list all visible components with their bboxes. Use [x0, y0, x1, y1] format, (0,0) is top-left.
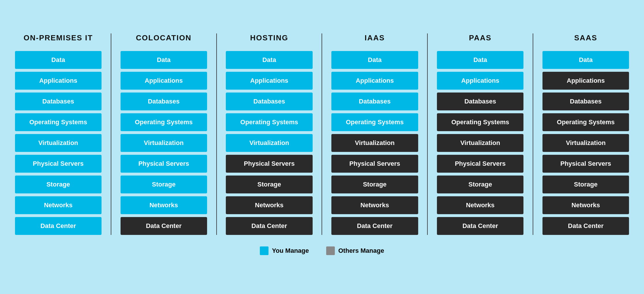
column-on-premises: ON-PREMISES ITDataApplicationsDatabasesO… — [6, 33, 111, 235]
item-saas-databases[interactable]: Databases — [542, 93, 629, 110]
item-hosting-operating-systems[interactable]: Operating Systems — [226, 113, 312, 131]
items-container-saas: DataApplicationsDatabasesOperating Syste… — [538, 51, 634, 235]
item-hosting-data-center[interactable]: Data Center — [226, 217, 312, 235]
item-on-premises-data-center[interactable]: Data Center — [15, 217, 102, 235]
item-on-premises-networks[interactable]: Networks — [15, 196, 102, 214]
column-header-saas: SaaS — [574, 33, 597, 42]
item-saas-networks[interactable]: Networks — [542, 196, 629, 214]
legend-you-manage: You Manage — [260, 246, 309, 255]
item-paas-networks[interactable]: Networks — [437, 196, 523, 214]
others-manage-swatch — [326, 246, 335, 255]
items-container-paas: DataApplicationsDatabasesOperating Syste… — [432, 51, 528, 235]
item-saas-applications[interactable]: Applications — [542, 72, 629, 90]
column-header-hosting: HOSTING — [250, 33, 288, 42]
item-colocation-applications[interactable]: Applications — [121, 72, 207, 90]
item-colocation-data[interactable]: Data — [121, 51, 207, 69]
others-manage-label: Others Manage — [338, 247, 384, 255]
item-paas-operating-systems[interactable]: Operating Systems — [437, 113, 523, 131]
item-on-premises-data[interactable]: Data — [15, 51, 102, 69]
item-hosting-databases[interactable]: Databases — [226, 93, 312, 110]
comparison-grid: ON-PREMISES ITDataApplicationsDatabasesO… — [6, 33, 638, 235]
item-iaas-operating-systems[interactable]: Operating Systems — [331, 113, 418, 131]
item-iaas-networks[interactable]: Networks — [331, 196, 418, 214]
item-paas-physical-servers[interactable]: Physical Servers — [437, 155, 523, 173]
item-colocation-virtualization[interactable]: Virtualization — [121, 134, 207, 152]
items-container-iaas: DataApplicationsDatabasesOperating Syste… — [326, 51, 423, 235]
item-colocation-networks[interactable]: Networks — [121, 196, 207, 214]
item-paas-virtualization[interactable]: Virtualization — [437, 134, 523, 152]
item-iaas-data[interactable]: Data — [331, 51, 418, 69]
item-colocation-databases[interactable]: Databases — [121, 93, 207, 110]
column-paas: PaaSDataApplicationsDatabasesOperating S… — [428, 33, 533, 235]
item-colocation-data-center[interactable]: Data Center — [121, 217, 207, 235]
item-saas-data[interactable]: Data — [542, 51, 629, 69]
column-hosting: HOSTINGDataApplicationsDatabasesOperatin… — [217, 33, 322, 235]
legend: You Manage Others Manage — [260, 246, 384, 255]
item-on-premises-operating-systems[interactable]: Operating Systems — [15, 113, 102, 131]
you-manage-label: You Manage — [272, 247, 309, 255]
item-iaas-databases[interactable]: Databases — [331, 93, 418, 110]
item-hosting-physical-servers[interactable]: Physical Servers — [226, 155, 312, 173]
item-hosting-storage[interactable]: Storage — [226, 176, 312, 193]
you-manage-swatch — [260, 246, 269, 255]
item-saas-physical-servers[interactable]: Physical Servers — [542, 155, 629, 173]
items-container-colocation: DataApplicationsDatabasesOperating Syste… — [116, 51, 212, 235]
column-iaas: IaaSDataApplicationsDatabasesOperating S… — [322, 33, 428, 235]
item-saas-data-center[interactable]: Data Center — [542, 217, 629, 235]
item-colocation-operating-systems[interactable]: Operating Systems — [121, 113, 207, 131]
item-paas-applications[interactable]: Applications — [437, 72, 523, 90]
item-iaas-storage[interactable]: Storage — [331, 176, 418, 193]
item-on-premises-physical-servers[interactable]: Physical Servers — [15, 155, 102, 173]
column-header-on-premises: ON-PREMISES IT — [24, 33, 93, 42]
item-paas-data-center[interactable]: Data Center — [437, 217, 523, 235]
item-iaas-virtualization[interactable]: Virtualization — [331, 134, 418, 152]
item-hosting-virtualization[interactable]: Virtualization — [226, 134, 312, 152]
items-container-on-premises: DataApplicationsDatabasesOperating Syste… — [10, 51, 106, 235]
item-on-premises-databases[interactable]: Databases — [15, 93, 102, 110]
item-on-premises-storage[interactable]: Storage — [15, 176, 102, 193]
item-paas-storage[interactable]: Storage — [437, 176, 523, 193]
column-header-colocation: COLOCATION — [136, 33, 191, 42]
item-colocation-physical-servers[interactable]: Physical Servers — [121, 155, 207, 173]
item-iaas-data-center[interactable]: Data Center — [331, 217, 418, 235]
items-container-hosting: DataApplicationsDatabasesOperating Syste… — [221, 51, 318, 235]
item-paas-data[interactable]: Data — [437, 51, 523, 69]
item-hosting-networks[interactable]: Networks — [226, 196, 312, 214]
item-iaas-applications[interactable]: Applications — [331, 72, 418, 90]
legend-others-manage: Others Manage — [326, 246, 384, 255]
item-iaas-physical-servers[interactable]: Physical Servers — [331, 155, 418, 173]
column-header-paas: PaaS — [469, 33, 491, 42]
item-colocation-storage[interactable]: Storage — [121, 176, 207, 193]
item-saas-storage[interactable]: Storage — [542, 176, 629, 193]
item-paas-databases[interactable]: Databases — [437, 93, 523, 110]
item-on-premises-virtualization[interactable]: Virtualization — [15, 134, 102, 152]
item-hosting-applications[interactable]: Applications — [226, 72, 312, 90]
item-on-premises-applications[interactable]: Applications — [15, 72, 102, 90]
item-hosting-data[interactable]: Data — [226, 51, 312, 69]
column-saas: SaaSDataApplicationsDatabasesOperating S… — [533, 33, 638, 235]
column-colocation: COLOCATIONDataApplicationsDatabasesOpera… — [111, 33, 217, 235]
item-saas-operating-systems[interactable]: Operating Systems — [542, 113, 629, 131]
item-saas-virtualization[interactable]: Virtualization — [542, 134, 629, 152]
column-header-iaas: IaaS — [365, 33, 385, 42]
